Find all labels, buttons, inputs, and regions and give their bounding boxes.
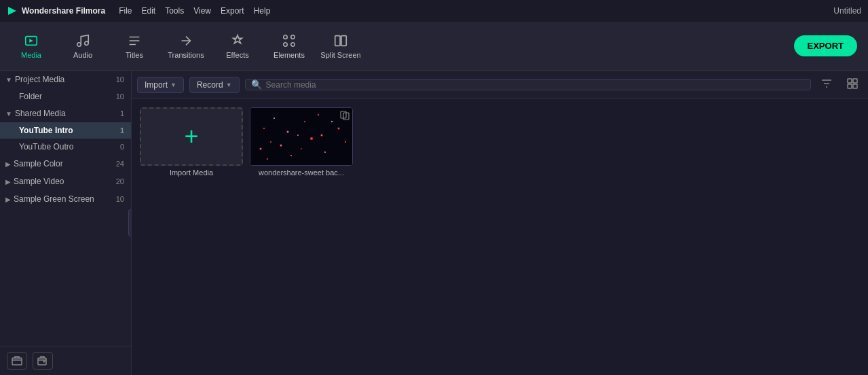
youtube-outro-count: 0 [120, 143, 124, 151]
media-grid: + Import Media [132, 99, 868, 375]
export-button[interactable]: EXPORT [794, 35, 857, 56]
svg-point-17 [263, 128, 265, 129]
svg-rect-16 [250, 108, 353, 166]
svg-point-4 [284, 35, 288, 39]
sidebar-section-sample-color[interactable]: ▶ Sample Color 24 [0, 155, 131, 173]
svg-point-23 [310, 137, 313, 140]
svg-rect-8 [335, 35, 340, 46]
youtube-outro-label: YouTube Outro [19, 142, 74, 151]
svg-point-24 [273, 118, 275, 119]
toolbar-effects-label: Effects [226, 51, 248, 59]
search-box[interactable]: 🔍 [245, 79, 811, 90]
svg-point-21 [338, 128, 340, 130]
svg-point-26 [260, 148, 262, 150]
svg-point-25 [318, 114, 319, 115]
sample-video-label: Sample Video [14, 177, 64, 186]
import-label: Import [145, 80, 168, 90]
toolbar-transitions[interactable]: Transitions [162, 26, 210, 67]
svg-point-22 [290, 155, 292, 156]
filter-button[interactable] [816, 76, 837, 94]
svg-rect-14 [848, 84, 852, 88]
grid-view-button[interactable] [842, 76, 863, 94]
toolbar-transitions-label: Transitions [168, 51, 204, 59]
svg-point-18 [280, 145, 282, 147]
svg-point-32 [301, 148, 302, 149]
app-logo-icon [7, 5, 18, 16]
new-folder-button[interactable] [33, 352, 53, 370]
toolbar-media[interactable]: Media [7, 26, 56, 67]
svg-point-5 [291, 35, 295, 39]
import-dropdown[interactable]: Import ▼ [137, 77, 184, 93]
record-dropdown[interactable]: Record ▼ [189, 77, 240, 93]
app-name: Wondershare Filmora [22, 6, 105, 16]
toolbar-elements[interactable]: Elements [265, 26, 314, 67]
sidebar-item-folder[interactable]: Folder 10 [0, 88, 131, 105]
menu-export[interactable]: Export [221, 6, 244, 16]
sample-color-label: Sample Color [14, 159, 63, 168]
sidebar-section-sample-green-screen[interactable]: ▶ Sample Green Screen 10 [0, 190, 131, 208]
project-media-count: 10 [116, 75, 124, 84]
search-icon: 🔍 [251, 79, 262, 90]
svg-point-20 [324, 151, 326, 153]
media-icon [24, 33, 39, 48]
svg-point-6 [284, 42, 288, 46]
toolbar-audio-label: Audio [73, 51, 92, 59]
record-arrow-icon: ▼ [226, 82, 232, 88]
shared-media-arrow: ▼ [5, 110, 12, 118]
menu-help[interactable]: Help [254, 6, 271, 16]
toolbar-effects[interactable]: Effects [213, 26, 262, 67]
toolbar-split-screen[interactable]: Split Screen [316, 26, 365, 67]
svg-point-19 [304, 121, 305, 122]
youtube-intro-label: YouTube Intro [19, 126, 73, 135]
toolbar-audio[interactable]: Audio [58, 26, 107, 67]
content-area: Import ▼ Record ▼ 🔍 [132, 71, 868, 375]
toolbar-titles-label: Titles [126, 51, 143, 59]
menu-edit[interactable]: Edit [141, 6, 155, 16]
content-toolbar: Import ▼ Record ▼ 🔍 [132, 71, 868, 99]
import-media-thumb[interactable]: + [140, 107, 243, 166]
toolbar-elements-label: Elements [273, 51, 305, 59]
svg-point-27 [297, 135, 299, 136]
svg-point-34 [270, 141, 271, 143]
video-media-item[interactable]: wondershare-sweet bac... [250, 107, 353, 177]
effects-icon [230, 33, 245, 48]
titles-icon [127, 33, 142, 48]
svg-point-31 [267, 158, 268, 160]
svg-rect-10 [12, 358, 22, 365]
main-layout: ▼ Project Media 10 Folder 10 ▼ Shared Me… [0, 71, 868, 375]
video-media-thumb[interactable] [250, 107, 353, 166]
sample-video-arrow: ▶ [5, 178, 11, 185]
record-label: Record [197, 80, 223, 90]
menu-tools[interactable]: Tools [165, 6, 184, 16]
svg-point-28 [345, 141, 346, 143]
import-media-item[interactable]: + Import Media [140, 107, 243, 177]
video-media-label: wondershare-sweet bac... [250, 168, 353, 177]
sample-color-arrow: ▶ [5, 160, 11, 168]
svg-point-33 [321, 135, 323, 137]
toolbar-media-label: Media [21, 51, 41, 59]
toolbar-titles[interactable]: Titles [110, 26, 159, 67]
add-folder-button[interactable] [7, 352, 27, 370]
svg-point-7 [291, 42, 295, 46]
sidebar-collapse-btn[interactable]: ◀ [128, 209, 132, 236]
import-media-label: Import Media [140, 168, 243, 177]
menu-file[interactable]: File [119, 6, 132, 16]
youtube-intro-count: 1 [120, 126, 124, 135]
video-thumbnail-svg [250, 108, 353, 166]
sidebar-section-sample-video[interactable]: ▶ Sample Video 20 [0, 173, 131, 190]
title-bar: Wondershare Filmora File Edit Tools View… [0, 0, 868, 22]
sidebar-section-project-media[interactable]: ▼ Project Media 10 [0, 71, 131, 88]
svg-rect-12 [848, 79, 852, 83]
split-screen-icon [333, 33, 348, 48]
svg-point-2 [77, 42, 81, 46]
menu-view[interactable]: View [193, 6, 211, 16]
sidebar-item-youtube-intro[interactable]: YouTube Intro 1 [0, 122, 131, 139]
svg-point-30 [331, 121, 333, 122]
svg-point-29 [287, 131, 289, 133]
app-logo: Wondershare Filmora [7, 5, 105, 16]
shared-media-label: Shared Media [15, 109, 66, 118]
sidebar-item-youtube-outro[interactable]: YouTube Outro 0 [0, 139, 131, 155]
menu-bar: File Edit Tools View Export Help [119, 6, 270, 16]
sidebar-section-shared-media[interactable]: ▼ Shared Media 1 [0, 105, 131, 122]
search-input[interactable] [266, 80, 805, 90]
